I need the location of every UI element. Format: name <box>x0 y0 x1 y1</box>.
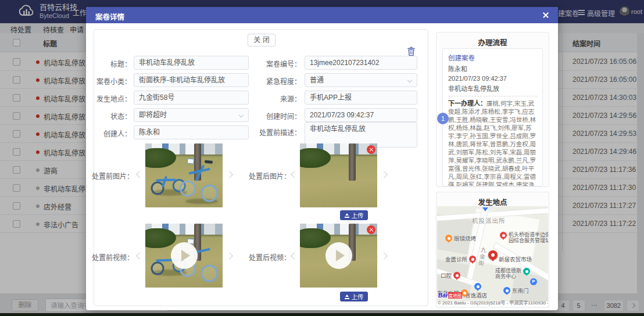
location-panel: 发生地点 机投派出所 九金街 眼镜烧烤 机头桥街道半 <box>436 192 549 308</box>
modal-header: 案卷详情 <box>86 7 558 23</box>
play-icon[interactable] <box>171 242 198 269</box>
dashed-divider <box>448 96 537 96</box>
title-field[interactable]: 非机动车乱停乱放 <box>134 56 249 70</box>
location-label: 发生地点： <box>85 94 131 103</box>
urgency-label: 紧急程度： <box>255 76 301 86</box>
workflow-description: 非机动车乱停乱放 <box>448 84 537 93</box>
map-marker-business-center[interactable]: 成都佳德斯商务中心 <box>495 268 530 280</box>
after-image-label: 处置后图片： <box>241 171 291 181</box>
trash-icon[interactable] <box>407 46 416 56</box>
baidu-logo: Bai 度地图 <box>438 292 462 299</box>
workflow-person: 陈永和 <box>448 64 537 73</box>
location-field[interactable]: 九金街58号 <box>134 91 249 105</box>
remove-image-icon[interactable] <box>367 145 375 154</box>
map-marker-partial-icon <box>482 207 488 211</box>
map-pin-icon <box>500 232 507 239</box>
status-select[interactable]: 即将超时 <box>134 108 249 122</box>
baidu-map[interactable]: 机投派出所 九金街 眼镜烧烤 机头桥街道半边街新园综合服务管理站 金匮诊所 新居… <box>437 206 548 301</box>
workflow-panel: 办理流程 创建案卷 陈永和 2021/07/23 09:42:37 非机动车乱停… <box>436 32 549 187</box>
map-marker-dental[interactable]: 口腔 <box>441 271 460 279</box>
screen: 百特云科技 ByteCloud 工作台 新建案卷 高级管理 root 待处置 待… <box>0 0 644 316</box>
urgency-value: 普通 <box>310 76 324 84</box>
location-panel-title: 发生地点 <box>437 192 549 207</box>
upload-image-button[interactable]: 上传 <box>340 210 368 220</box>
create-time-label: 创建时间： <box>255 111 301 121</box>
before-video[interactable] <box>145 224 223 288</box>
desc-label: 处置前描述： <box>255 127 301 137</box>
next-handler-label: 下一办理人： <box>448 100 486 107</box>
subtype-field[interactable]: 街面秩序-非机动车乱停乱放 <box>134 73 249 87</box>
chevron-down-icon <box>407 78 412 82</box>
close-button[interactable]: 关 闭 <box>248 34 276 46</box>
upload-video-button[interactable]: 上传 <box>340 292 368 301</box>
map-pin-icon <box>474 283 481 290</box>
workflow-step-number: 1 <box>437 113 449 124</box>
map-label-police: 机投派出所 <box>472 216 506 225</box>
map-pin-icon <box>469 256 476 263</box>
modal-title: 案卷详情 <box>95 11 124 22</box>
location-pin-icon <box>488 250 498 260</box>
case-no-field[interactable]: 13jmee202107231402 <box>305 56 417 70</box>
urgency-select[interactable]: 普通 <box>305 73 417 87</box>
title-label: 标题： <box>85 59 131 69</box>
map-copyright: © 2021 Baidu - GS(2019)5218号 - 甲测资字11009… <box>438 299 548 306</box>
case-no-label: 案卷编号： <box>255 59 301 69</box>
map-pin-icon <box>523 268 530 275</box>
after-video-label: 处置后视频： <box>241 252 291 262</box>
creator-field[interactable]: 陈永和 <box>134 125 249 139</box>
status-label: 状态： <box>85 111 131 121</box>
after-image[interactable] <box>300 143 377 207</box>
play-icon[interactable] <box>325 242 352 269</box>
status-value: 即将超时 <box>139 111 167 119</box>
map-pin-icon <box>503 287 510 294</box>
map-marker-gate[interactable]: 东南门 <box>503 286 529 295</box>
before-video-label: 处置前视频： <box>84 252 134 262</box>
chevron-down-icon <box>239 113 244 117</box>
map-pin-icon <box>445 235 452 242</box>
case-detail-modal: 案卷详情 关 闭 标题： 非机动车乱停乱放 案卷小类： 街面秩序-非机动车乱停乱… <box>86 7 558 310</box>
upload-icon <box>345 213 349 218</box>
creator-label: 创建人： <box>85 128 131 138</box>
workflow-action: 创建案卷 <box>448 53 537 62</box>
map-marker-clinic[interactable]: 金匮诊所 <box>445 255 476 263</box>
case-form-card <box>94 29 428 306</box>
after-video[interactable] <box>300 224 377 288</box>
subtype-label: 案卷小类： <box>85 76 131 86</box>
source-label: 来源： <box>255 94 301 103</box>
workflow-time: 2021/07/23 09:42:37 <box>448 75 537 82</box>
next-handlers: 下一办理人：廉桃,何宇,宋玉,武俊超,陈添才,陈杨松,李宇飞,应志鹏,王胜,杨晓… <box>448 99 537 186</box>
workflow-panel-title: 办理流程 <box>437 33 549 48</box>
before-image[interactable] <box>145 143 223 207</box>
upload-icon <box>345 295 349 299</box>
close-icon[interactable] <box>542 11 550 19</box>
map-marker-market[interactable]: 新居农贸市场 <box>499 255 532 263</box>
workflow-step-card: 创建案卷 陈永和 2021/07/23 09:42:37 非机动车乱停乱放 下一… <box>442 48 543 186</box>
source-field[interactable]: 手机APP上报 <box>305 91 417 105</box>
map-marker-service-station[interactable]: 机头桥街道半边街新园综合服务管理站 <box>500 232 548 244</box>
map-pin-icon <box>453 272 460 279</box>
map-marker-hotel[interactable]: 青逸酒店 <box>465 291 487 299</box>
remove-video-icon[interactable] <box>367 225 375 234</box>
map-marker-bbq[interactable]: 眼镜烧烤 <box>445 234 476 242</box>
screen-bottom-edge <box>0 313 644 316</box>
create-time-field[interactable]: 2021/07/23 09:42:37 <box>305 108 417 122</box>
map-marker-parking[interactable]: P <box>530 278 537 285</box>
before-image-label: 处置前图片： <box>84 171 134 181</box>
bike-shape <box>178 153 223 203</box>
